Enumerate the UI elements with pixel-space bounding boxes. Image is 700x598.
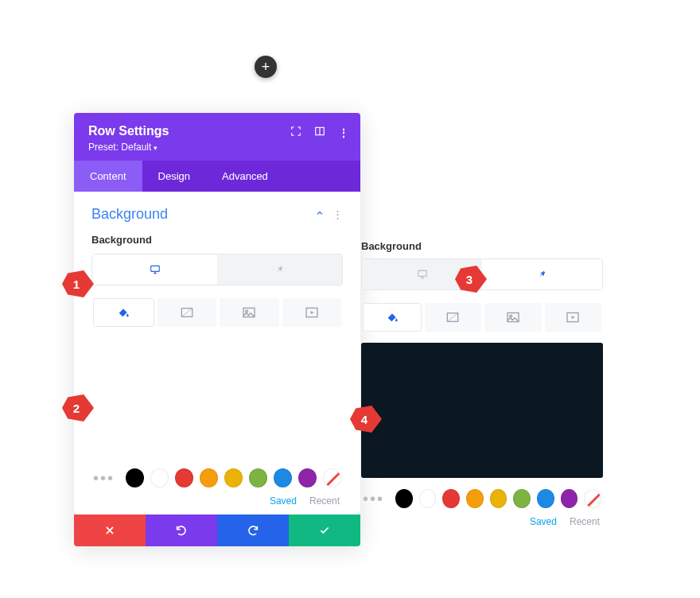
row-settings-panel: Row Settings Preset: Default ⋮ Content D… — [74, 113, 360, 546]
svg-rect-6 — [418, 270, 426, 276]
bg-gradient-tab[interactable] — [158, 298, 217, 327]
bg-gradient-tab-right[interactable] — [425, 303, 482, 332]
undo-button[interactable] — [146, 515, 217, 546]
swatch-none[interactable] — [584, 489, 601, 508]
section-menu-icon[interactable]: ⋮ — [332, 208, 343, 220]
swatch-black[interactable] — [395, 489, 413, 508]
bg-color-tab-right[interactable] — [363, 303, 422, 332]
svg-rect-1 — [150, 266, 159, 271]
swatch-green[interactable] — [513, 489, 531, 508]
desktop-mode-tab[interactable] — [92, 254, 217, 285]
svg-point-9 — [510, 315, 512, 317]
bg-type-tabs — [91, 298, 343, 327]
section-title: Background — [91, 206, 168, 223]
swatch-row-right: ••• — [361, 489, 603, 508]
swatch-row: ••• — [91, 468, 343, 487]
swatch-green[interactable] — [249, 468, 267, 487]
swatch-blue[interactable] — [274, 468, 292, 487]
swatch-orange[interactable] — [200, 468, 218, 487]
color-preview-right[interactable] — [361, 343, 603, 478]
swatch-red[interactable] — [442, 489, 460, 508]
bg-image-tab-right[interactable] — [484, 303, 542, 332]
columns-icon[interactable] — [314, 126, 325, 139]
tab-design[interactable]: Design — [142, 161, 206, 192]
bg-image-tab[interactable] — [220, 298, 279, 327]
bg-type-tabs-right — [361, 303, 603, 332]
tab-content[interactable]: Content — [74, 161, 142, 192]
sticky-mode-tab[interactable] — [217, 254, 342, 285]
save-button[interactable] — [289, 515, 360, 546]
background-label-right: Background — [361, 240, 603, 252]
swatch-yellow[interactable] — [490, 489, 508, 508]
panel-header: Row Settings Preset: Default ⋮ — [74, 113, 360, 161]
svg-point-4 — [246, 310, 248, 313]
more-swatches-icon-right[interactable]: ••• — [363, 490, 384, 508]
swatch-yellow[interactable] — [224, 468, 243, 487]
swatch-white[interactable] — [150, 468, 169, 487]
collapse-icon[interactable] — [315, 208, 325, 220]
footer-buttons — [74, 515, 360, 546]
swatch-blue[interactable] — [537, 489, 554, 508]
saved-link-right[interactable]: Saved — [530, 516, 557, 527]
recent-link-right[interactable]: Recent — [570, 516, 600, 527]
bg-video-tab-right[interactable] — [545, 303, 602, 332]
tab-advanced[interactable]: Advanced — [206, 161, 284, 192]
responsive-tabs-right — [361, 258, 603, 290]
cancel-button[interactable] — [74, 515, 146, 546]
add-section-button[interactable]: + — [255, 56, 277, 78]
recent-link[interactable]: Recent — [309, 495, 340, 507]
main-tabs: Content Design Advanced — [74, 161, 360, 192]
background-section: Background ⋮ Background — [74, 192, 360, 515]
swatch-red[interactable] — [175, 468, 193, 487]
swatch-purple[interactable] — [298, 468, 317, 487]
background-label: Background — [91, 234, 343, 246]
color-preview[interactable] — [91, 338, 343, 457]
sticky-background-panel: Background ••• Sa — [361, 240, 603, 527]
swatch-none[interactable] — [323, 468, 341, 487]
responsive-tabs — [91, 254, 343, 285]
desktop-mode-tab-right[interactable] — [362, 259, 482, 289]
header-icons: ⋮ — [290, 126, 349, 139]
swatch-orange[interactable] — [466, 489, 484, 508]
fullscreen-icon[interactable] — [290, 126, 301, 139]
more-swatches-icon[interactable]: ••• — [93, 469, 115, 487]
swatch-black[interactable] — [126, 468, 144, 487]
preset-dropdown[interactable]: Preset: Default — [88, 142, 346, 153]
redo-button[interactable] — [217, 515, 289, 546]
swatch-white[interactable] — [419, 489, 437, 508]
kebab-icon[interactable]: ⋮ — [338, 126, 349, 139]
saved-link[interactable]: Saved — [270, 495, 297, 507]
bg-color-tab[interactable] — [93, 298, 154, 327]
bg-video-tab[interactable] — [282, 298, 342, 327]
swatch-purple[interactable] — [561, 489, 578, 508]
sticky-mode-tab-right[interactable] — [482, 259, 602, 289]
